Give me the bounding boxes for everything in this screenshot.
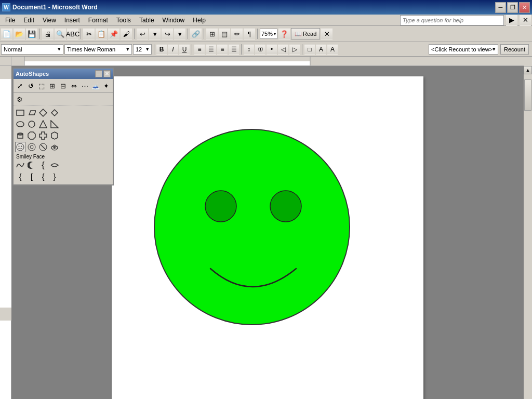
- close-doc-button[interactable]: ✕: [321, 28, 332, 39]
- as-cross[interactable]: [38, 130, 48, 141]
- drawing-button[interactable]: ✏: [231, 28, 243, 39]
- justify-button[interactable]: ☰: [229, 44, 239, 55]
- menu-edit[interactable]: Edit: [19, 15, 38, 25]
- as-rt-triangle[interactable]: [49, 119, 60, 129]
- as-select-tool[interactable]: ⤢: [15, 81, 25, 91]
- scroll-up-button[interactable]: ▲: [524, 66, 532, 74]
- as-rect[interactable]: [15, 108, 25, 118]
- font-color-button[interactable]: A: [327, 44, 338, 55]
- vertical-scrollbar[interactable]: ▲ ◀ ● ▶ ▼: [524, 66, 532, 399]
- redo-button[interactable]: ↪: [162, 28, 173, 39]
- as-no-symbol[interactable]: [38, 142, 48, 152]
- line-spacing-button[interactable]: ↕: [244, 44, 254, 55]
- font-dropdown[interactable]: Times New Roman ▾: [64, 44, 132, 55]
- help-arrow-button[interactable]: ▶: [506, 15, 517, 26]
- menu-window[interactable]: Window: [158, 15, 189, 25]
- zoom-dropdown[interactable]: 75% ▾: [260, 29, 277, 39]
- as-brace2[interactable]: {: [38, 171, 48, 182]
- spelling-button[interactable]: ABC: [67, 28, 78, 39]
- as-moon[interactable]: [26, 160, 37, 170]
- print-button[interactable]: 🖨: [42, 28, 54, 39]
- as-group-tool[interactable]: ⬚: [37, 81, 47, 91]
- as-curve2[interactable]: [49, 160, 60, 170]
- autoshapes-close[interactable]: ✕: [103, 70, 111, 77]
- as-cloud[interactable]: [49, 142, 60, 152]
- new-button[interactable]: 📄: [1, 28, 12, 39]
- as-rotate-tool[interactable]: ↺: [26, 81, 36, 91]
- as-ungroup-tool[interactable]: ⊞: [47, 81, 57, 91]
- save-button[interactable]: 💾: [26, 28, 37, 39]
- as-smiley[interactable]: [15, 142, 25, 152]
- hyperlink-button[interactable]: 🔗: [190, 28, 202, 39]
- as-image-tool[interactable]: 🗻: [90, 81, 100, 91]
- as-bracket3[interactable]: }: [49, 171, 60, 182]
- scroll-thumb[interactable]: [524, 79, 531, 111]
- format-painter-button[interactable]: 🖌: [121, 28, 132, 39]
- window-controls[interactable]: ─ ❐ ✕: [495, 2, 530, 13]
- print-preview-button[interactable]: 🔍: [55, 28, 66, 39]
- as-donut[interactable]: [26, 142, 37, 152]
- bullets-button[interactable]: •: [267, 44, 277, 55]
- menu-file[interactable]: File: [1, 15, 19, 25]
- align-right-button[interactable]: ≡: [217, 44, 228, 55]
- as-special-tool[interactable]: ⚙: [15, 94, 25, 104]
- redo-dropdown[interactable]: ▾: [174, 28, 185, 39]
- as-star-tool[interactable]: ✦: [101, 81, 111, 91]
- columns-button[interactable]: ▤: [219, 28, 230, 39]
- as-flip-tool[interactable]: ⇔: [69, 81, 79, 91]
- menu-tools[interactable]: Tools: [112, 15, 135, 25]
- undo-dropdown[interactable]: ▾: [149, 28, 161, 39]
- as-bracket-open[interactable]: {: [38, 160, 48, 170]
- as-cylinder[interactable]: [15, 130, 25, 141]
- as-para[interactable]: [26, 108, 37, 118]
- paste-button[interactable]: 📌: [108, 28, 119, 39]
- align-center-button[interactable]: ☰: [206, 44, 216, 55]
- open-button[interactable]: 📂: [14, 28, 25, 39]
- table-button[interactable]: ⊞: [206, 28, 218, 39]
- as-hexagon[interactable]: [49, 130, 60, 141]
- restore-button[interactable]: ❐: [507, 2, 518, 13]
- as-reorder-tool[interactable]: ⊟: [58, 81, 68, 91]
- as-circle[interactable]: [26, 119, 37, 129]
- as-bracket2[interactable]: [: [26, 171, 37, 182]
- smiley-face-container[interactable]: [153, 128, 351, 326]
- align-left-button[interactable]: ≡: [194, 44, 205, 55]
- copy-button[interactable]: 📋: [96, 28, 107, 39]
- bold-button[interactable]: B: [156, 44, 167, 55]
- close-help-button[interactable]: ✕: [520, 15, 531, 26]
- as-diamond[interactable]: [38, 108, 48, 118]
- menu-table[interactable]: Table: [135, 15, 158, 25]
- menu-format[interactable]: Format: [84, 15, 112, 25]
- minimize-button[interactable]: ─: [495, 2, 506, 13]
- help-button[interactable]: ❓: [278, 28, 290, 39]
- underline-button[interactable]: U: [179, 44, 190, 55]
- style-dropdown[interactable]: Normal ▾: [1, 44, 63, 55]
- as-triangle[interactable]: [38, 119, 48, 129]
- recount-button[interactable]: Recount: [500, 44, 529, 55]
- menu-view[interactable]: View: [38, 15, 60, 25]
- as-oval[interactable]: [15, 119, 25, 129]
- undo-button[interactable]: ↩: [137, 28, 148, 39]
- autoshapes-minimize[interactable]: ─: [95, 70, 102, 77]
- as-octagon[interactable]: [26, 130, 37, 141]
- italic-button[interactable]: I: [168, 44, 178, 55]
- as-flowchart[interactable]: [49, 108, 60, 118]
- as-brace1[interactable]: {: [15, 171, 25, 182]
- size-dropdown[interactable]: 12 ▾: [133, 44, 152, 55]
- as-more-tool[interactable]: ⋯: [80, 81, 90, 91]
- decrease-indent-button[interactable]: ◁: [278, 44, 288, 55]
- cut-button[interactable]: ✂: [83, 28, 95, 39]
- menu-insert[interactable]: Insert: [60, 15, 84, 25]
- menu-help[interactable]: Help: [189, 15, 210, 25]
- show-hide-button[interactable]: ¶: [244, 28, 255, 39]
- read-button[interactable]: 📖 Read: [291, 28, 320, 39]
- close-button[interactable]: ✕: [519, 2, 530, 13]
- increase-indent-button[interactable]: ▷: [289, 44, 300, 55]
- outside-border-button[interactable]: □: [304, 44, 315, 55]
- as-curve1[interactable]: [15, 160, 25, 170]
- scroll-track[interactable]: [524, 74, 532, 399]
- numbering-button[interactable]: ①: [255, 44, 265, 55]
- highlight-button[interactable]: A: [316, 44, 326, 55]
- autoshapes-controls[interactable]: ─ ✕: [95, 70, 111, 77]
- help-input[interactable]: [400, 15, 504, 25]
